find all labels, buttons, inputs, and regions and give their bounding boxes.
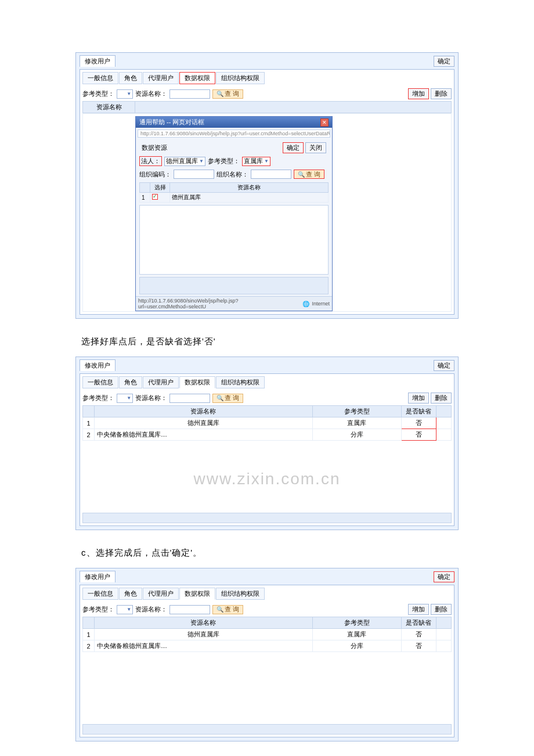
res-name-input[interactable] [169, 394, 210, 403]
res-name-input[interactable] [169, 605, 210, 614]
col-def: 是否缺省 [401, 617, 436, 629]
panel: 一般信息 角色 代理用户 数据权限 组织结构权限 参考类型： ▼ 资源名称： 🔍… [80, 69, 454, 315]
tabs: 一般信息 角色 代理用户 数据权限 组织结构权限 [82, 72, 452, 84]
dialog-url: http://10.1.7.66:9080/sinoWeb/jsp/help.j… [138, 129, 330, 138]
col-res: 资源名称 [170, 183, 329, 193]
table-row[interactable]: 2 中央储备粮德州直属库… 分库 否 [83, 429, 452, 441]
org-name-label: 组织名称： [217, 170, 248, 179]
search-icon: 🔍 [298, 171, 305, 178]
delete-button[interactable]: 删除 [431, 604, 452, 615]
body-area [82, 652, 452, 722]
dlg-result-table: 选择 资源名称 1 德州直属库 [139, 182, 329, 203]
tab-data[interactable]: 数据权限 [179, 376, 215, 388]
help-dialog: 通用帮助 -- 网页对话框 ✕ http://10.1.7.66:9080/si… [135, 116, 333, 311]
table-row[interactable]: 1 德州直属库 直属库 否 [83, 629, 452, 640]
search-button[interactable]: 🔍查 询 [212, 605, 243, 614]
col-type: 参考类型 [312, 406, 401, 417]
ref-type-label: 参考类型： [82, 394, 114, 402]
legal-label: 法人： [139, 156, 162, 166]
confirm-button[interactable]: 确定 [434, 571, 454, 582]
col-select: 选择 [150, 183, 170, 193]
dlg-blank [139, 205, 329, 275]
table-row[interactable]: 2 中央储备粮德州直属库… 分库 否 [83, 640, 452, 652]
delete-button[interactable]: 删除 [431, 393, 452, 404]
legal-select[interactable]: 德州直属库▼ [164, 157, 205, 166]
tab-general[interactable]: 一般信息 [82, 588, 118, 600]
screenshot2: 修改用户 确定 一般信息 角色 代理用户 数据权限 组织结构权限 参考类型： ▼… [75, 357, 459, 530]
window-tab[interactable]: 修改用户 [80, 359, 116, 371]
table-row[interactable]: 1 德州直属库 直属库 否 [83, 417, 452, 429]
tab-org[interactable]: 组织结构权限 [216, 72, 265, 84]
tab-role[interactable]: 角色 [119, 588, 142, 600]
tab-general[interactable]: 一般信息 [82, 376, 118, 388]
select-checkbox[interactable] [152, 194, 158, 200]
search-icon: 🔍 [217, 606, 223, 613]
confirm-button[interactable]: 确定 [434, 56, 454, 67]
ref-type-select[interactable]: ▼ [117, 605, 133, 614]
search-button[interactable]: 🔍查 询 [212, 89, 243, 99]
add-button[interactable]: 增加 [408, 88, 429, 99]
chevron-down-icon: ▼ [199, 159, 204, 164]
footer-bar [82, 724, 452, 735]
dlg-pager [139, 277, 329, 294]
org-code-input[interactable] [174, 170, 214, 179]
dlg-ref-type-label: 参考类型： [208, 157, 240, 165]
res-name-input[interactable] [169, 89, 210, 99]
search-icon: 🔍 [217, 91, 223, 97]
search-icon: 🔍 [217, 395, 223, 401]
tab-data[interactable]: 数据权限 [179, 72, 215, 84]
tab-proxy[interactable]: 代理用户 [143, 72, 179, 84]
title-bar: 修改用户 确定 [76, 53, 458, 67]
tab-proxy[interactable]: 代理用户 [143, 376, 179, 388]
col-res: 资源名称 [83, 102, 135, 113]
caption1: 选择好库点后，是否缺省选择'否' [81, 336, 459, 347]
data-table: 资源名称 [82, 101, 452, 113]
chevron-down-icon: ▼ [127, 395, 131, 401]
search-button[interactable]: 🔍查 询 [212, 394, 243, 403]
dlg-ref-type-select[interactable]: 直属库▼ [242, 157, 270, 166]
ref-type-select[interactable]: ▼ [117, 394, 133, 403]
delete-button[interactable]: 删除 [431, 88, 452, 99]
ref-type-label: 参考类型： [82, 605, 114, 614]
col-res: 资源名称 [95, 617, 313, 629]
tab-org[interactable]: 组织结构权限 [216, 588, 265, 600]
table-row[interactable]: 1 德州直属库 [140, 193, 329, 203]
globe-icon: 🌐 [302, 301, 309, 307]
dialog-footer: http://10.1.7.66:9080/sinoWeb/jsp/help.j… [136, 296, 332, 311]
dlg-close-button[interactable]: 关闭 [305, 142, 326, 153]
tab-org[interactable]: 组织结构权限 [216, 376, 265, 388]
add-button[interactable]: 增加 [408, 393, 429, 404]
screenshot3: 修改用户 确定 一般信息 角色 代理用户 数据权限 组织结构权限 参考类型： ▼… [75, 568, 459, 741]
chevron-down-icon: ▼ [264, 159, 269, 164]
watermark: www.zixin.com.cn [82, 441, 452, 488]
col-def: 是否缺省 [401, 406, 436, 417]
tab-role[interactable]: 角色 [119, 376, 142, 388]
tab-data[interactable]: 数据权限 [179, 588, 215, 600]
add-button[interactable]: 增加 [408, 604, 429, 615]
body-area: www.zixin.com.cn [82, 441, 452, 510]
data-res-label: 数据资源 [142, 143, 167, 152]
close-icon[interactable]: ✕ [320, 118, 329, 127]
confirm-button[interactable]: 确定 [434, 360, 454, 371]
filter-row: 参考类型： ▼ 资源名称： 🔍查 询 增加 删除 [82, 87, 452, 101]
org-name-input[interactable] [251, 170, 291, 179]
data-table: 资源名称 参考类型 是否缺省 1 德州直属库 直属库 否 2 中央储备粮德州直属… [82, 405, 452, 441]
tab-proxy[interactable]: 代理用户 [143, 588, 179, 600]
org-code-label: 组织编码： [139, 170, 171, 179]
col-type: 参考类型 [312, 617, 401, 629]
dlg-search-button[interactable]: 🔍查 询 [294, 170, 324, 179]
window-tab[interactable]: 修改用户 [80, 571, 116, 582]
tab-general[interactable]: 一般信息 [82, 72, 118, 84]
ref-type-label: 参考类型： [82, 89, 114, 98]
ref-type-select[interactable]: ▼ [117, 89, 133, 99]
res-name-label: 资源名称： [135, 89, 167, 98]
chevron-down-icon: ▼ [127, 91, 131, 96]
col-res: 资源名称 [95, 406, 313, 417]
chevron-down-icon: ▼ [127, 607, 131, 612]
tab-role[interactable]: 角色 [119, 72, 142, 84]
dialog-title: 通用帮助 -- 网页对话框 [139, 118, 204, 127]
res-name-label: 资源名称： [135, 394, 167, 402]
dialog-titlebar: 通用帮助 -- 网页对话框 ✕ [136, 117, 332, 128]
dlg-confirm-button[interactable]: 确定 [283, 142, 304, 153]
window-tab[interactable]: 修改用户 [80, 55, 116, 67]
